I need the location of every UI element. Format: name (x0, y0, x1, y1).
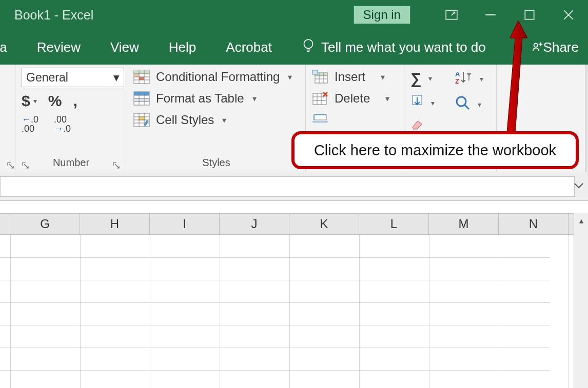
lightbulb-icon (302, 38, 315, 57)
column-header[interactable] (0, 214, 10, 234)
svg-rect-22 (134, 92, 149, 95)
column-header[interactable]: M (429, 214, 499, 234)
delete-cells-button[interactable]: Delete ▾ (312, 91, 398, 106)
tell-me-placeholder: Tell me what you want to do (321, 39, 486, 55)
ribbon-group-styles: Conditional Formatting ▾ Format as Table… (127, 65, 306, 172)
svg-text:Z: Z (455, 77, 459, 85)
svg-rect-23 (134, 98, 149, 101)
column-header[interactable]: H (80, 214, 150, 234)
format-as-table-label: Format as Table (156, 91, 244, 106)
chevron-down-icon: ▾ (381, 72, 385, 82)
formula-input[interactable] (0, 176, 575, 197)
increase-decimal-button[interactable]: ←.0 .00 (22, 115, 38, 133)
group-label-number: Number (22, 154, 121, 172)
svg-rect-38 (312, 70, 318, 74)
cell-styles-label: Cell Styles (156, 113, 214, 127)
comma-format-button[interactable]: , (73, 92, 77, 110)
column-header[interactable]: N (499, 214, 569, 234)
formula-bar (0, 172, 588, 201)
tab-acrobat[interactable]: Acrobat (226, 39, 272, 55)
magnifier-icon (455, 95, 471, 114)
title-bar: Book1 - Excel Sign in (0, 0, 588, 30)
format-as-table-button[interactable]: Format as Table ▾ (133, 91, 299, 106)
sigma-icon: ∑ (410, 70, 421, 87)
svg-point-9 (534, 43, 537, 47)
vertical-scrollbar[interactable]: ▴ (574, 213, 588, 388)
svg-rect-3 (525, 10, 534, 19)
chevron-down-icon: ▾ (480, 75, 483, 83)
scroll-up-button[interactable]: ▴ (574, 213, 588, 228)
svg-rect-14 (134, 74, 139, 77)
chevron-down-icon: ▾ (428, 74, 432, 83)
tab-review[interactable]: Review (37, 39, 81, 55)
find-select-button[interactable]: ▾ (455, 95, 483, 114)
dialog-launcher-icon[interactable] (22, 160, 30, 169)
dialog-launcher-icon[interactable] (7, 160, 15, 169)
delete-cells-icon (312, 91, 328, 106)
insert-cells-icon (312, 70, 328, 84)
chevron-down-icon: ▾ (385, 94, 389, 104)
window-title: Book1 - Excel (14, 8, 93, 23)
format-cells-button[interactable] (312, 113, 398, 127)
chevron-down-icon: ▾ (288, 72, 292, 82)
insert-cells-button[interactable]: Insert ▾ (312, 70, 398, 84)
svg-rect-30 (139, 117, 144, 120)
ribbon-group-number: General ▾ $▾ % , ←.0 .00 .00 →.0 (15, 65, 127, 172)
share-plus-icon (532, 39, 543, 55)
insert-label: Insert (335, 70, 365, 84)
ribbon-group-partial (0, 65, 15, 172)
column-header[interactable]: K (289, 214, 359, 234)
sign-in-button[interactable]: Sign in (354, 6, 410, 24)
percent-format-button[interactable]: % (48, 92, 62, 110)
tab-data[interactable]: ta (0, 39, 7, 55)
autosum-button[interactable]: ∑ ▾ (410, 70, 435, 87)
tab-view[interactable]: View (110, 39, 139, 55)
svg-rect-15 (139, 77, 144, 80)
accounting-format-button[interactable]: $▾ (22, 92, 37, 110)
sort-filter-icon: AZ (455, 70, 473, 88)
fill-button[interactable]: ▾ (410, 94, 435, 112)
number-format-dropdown[interactable]: General ▾ (22, 68, 124, 87)
column-header[interactable]: I (150, 214, 220, 234)
ribbon-display-options-button[interactable] (432, 0, 471, 30)
conditional-formatting-icon (133, 70, 150, 84)
svg-text:A: A (455, 70, 460, 78)
cell-styles-icon (133, 113, 150, 127)
maximize-button[interactable] (510, 0, 549, 30)
dialog-launcher-icon[interactable] (112, 160, 121, 169)
decrease-decimal-button[interactable]: .00 →.0 (54, 115, 71, 133)
svg-rect-48 (314, 115, 326, 120)
svg-rect-13 (134, 70, 149, 74)
column-header[interactable]: G (10, 214, 80, 234)
annotation-text: Click here to maximize the workbook (314, 142, 556, 159)
ribbon-right-edge (585, 65, 588, 172)
expand-formula-bar-button[interactable] (573, 181, 585, 192)
tell-me-search[interactable]: Tell me what you want to do (302, 38, 486, 57)
cell-styles-button[interactable]: Cell Styles ▾ (133, 113, 299, 127)
fill-down-icon (410, 94, 424, 112)
column-header[interactable]: L (359, 214, 429, 234)
chevron-down-icon: ▾ (478, 100, 481, 109)
minimize-button[interactable] (471, 0, 510, 30)
group-label-styles: Styles (133, 154, 299, 172)
delete-label: Delete (335, 91, 370, 106)
svg-line-1 (452, 12, 455, 15)
column-header[interactable]: J (220, 214, 289, 234)
format-cells-icon (312, 113, 328, 127)
svg-point-6 (304, 39, 312, 48)
sort-filter-button[interactable]: AZ ▾ (455, 70, 483, 88)
chevron-down-icon: ▾ (252, 94, 257, 104)
conditional-formatting-button[interactable]: Conditional Formatting ▾ (133, 70, 299, 84)
share-button[interactable]: Share (532, 30, 579, 65)
tab-help[interactable]: Help (169, 39, 196, 55)
spreadsheet-area: GHIJKLMN ▴ (0, 201, 588, 388)
cells-area[interactable] (0, 235, 574, 388)
ribbon-tabs: ta Review View Help Acrobat Tell me what… (0, 30, 588, 65)
chevron-down-icon: ▾ (113, 71, 120, 85)
column-headers: GHIJKLMN (0, 213, 574, 235)
annotation-callout: Click here to maximize the workbook (291, 131, 579, 169)
conditional-formatting-label: Conditional Formatting (156, 70, 280, 84)
close-button[interactable] (549, 0, 588, 30)
share-label: Share (543, 39, 579, 55)
number-format-value: General (26, 71, 68, 85)
